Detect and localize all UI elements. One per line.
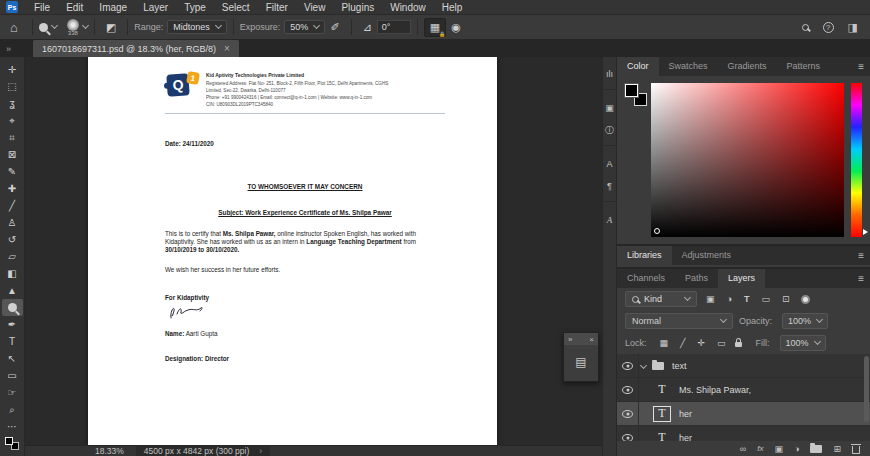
character-panel-icon[interactable]: A [602,153,617,175]
menu-select[interactable]: Select [214,2,258,13]
document-page[interactable]: Q 1 Kid Aptivity Technologies Private Li… [88,57,497,445]
menu-view[interactable]: View [296,2,334,13]
glyphs-panel-icon[interactable]: A [602,209,617,231]
menu-help[interactable]: Help [434,2,471,13]
crop-tool[interactable]: ⌗ [2,129,23,146]
lock-pixels-icon[interactable]: ╱ [677,338,688,348]
brush-tool[interactable]: ╱ [2,197,23,214]
panel-menu-icon[interactable]: ≡ [858,273,864,284]
image-filter-icon[interactable]: ▣ [703,294,718,304]
rectangle-tool[interactable]: ▭ [2,367,23,384]
frame-tool[interactable]: ⊠ [2,146,23,163]
range-select[interactable]: Midtones [167,20,227,34]
current-tool-preset[interactable] [39,23,57,32]
link-layers-icon[interactable]: ∞ [740,444,746,454]
tab-gradients[interactable]: Gradients [718,57,777,76]
new-layer-icon[interactable]: ⊞ [833,444,841,454]
hue-slider-marker[interactable] [863,229,868,235]
panel-icon[interactable]: ▤ [575,355,586,369]
blend-mode-select[interactable]: Normal [625,313,733,329]
lock-transparency-icon[interactable]: ▦ [657,338,672,348]
lock-artboard-icon[interactable]: ▭ [714,338,729,348]
path-selection-tool[interactable]: ↖ [2,350,23,367]
layer-group-row[interactable]: text [617,354,870,378]
protect-tones-toggle[interactable]: ▦ 🔒 [424,18,446,37]
foreground-color-swatch[interactable] [625,84,638,97]
close-icon[interactable]: × [224,43,230,54]
brush-settings-toggle[interactable]: ◩ [101,19,121,36]
lock-position-icon[interactable]: ✛ [694,338,708,348]
layer-row-selected[interactable]: T her [617,402,870,426]
tab-overflow-icon[interactable]: » [0,44,19,57]
help-icon[interactable]: ? [823,22,834,33]
menu-window[interactable]: Window [382,2,434,13]
panel-menu-icon[interactable]: ≡ [858,61,864,72]
canvas-area[interactable]: Q 1 Kid Aptivity Technologies Private Li… [25,57,602,445]
brush-angle-input[interactable]: 0° [377,20,411,34]
menu-layer[interactable]: Layer [135,2,176,13]
layer-row[interactable]: T Ms. Shilpa Pawar, [617,378,870,402]
workspace-switcher-icon[interactable]: ◨ [848,21,858,34]
adjustment-filter-icon[interactable]: ◑ [724,294,735,304]
status-chevron-icon[interactable]: › [259,446,262,456]
color-swatches[interactable] [625,84,647,106]
hand-tool[interactable]: ☞ [2,384,23,401]
new-group-icon[interactable] [810,445,822,453]
layer-filter-switch[interactable] [801,295,810,304]
panel-menu-icon[interactable]: ≡ [858,250,864,261]
shape-filter-icon[interactable]: ▭ [758,294,773,304]
tab-swatches[interactable]: Swatches [659,57,718,76]
layer-row[interactable]: T her [617,426,870,441]
dodge-tool[interactable] [2,299,23,316]
tab-patterns[interactable]: Patterns [777,57,831,76]
navigator-panel-icon[interactable]: ▣ [602,97,617,119]
info-panel-icon[interactable]: ⓘ [602,119,617,141]
menu-filter[interactable]: Filter [258,2,296,13]
type-tool[interactable]: T [2,333,23,350]
pen-tool[interactable]: ✒ [2,316,23,333]
search-icon[interactable] [802,24,809,31]
foreground-background-swatches[interactable] [5,437,19,450]
group-expand-icon[interactable] [640,362,647,369]
pressure-size-toggle[interactable]: ◉ [446,19,466,36]
color-picker-marker[interactable] [654,228,660,234]
menu-image[interactable]: Image [91,2,135,13]
floating-panel[interactable]: » × ▤ [563,332,599,382]
document-tab[interactable]: 1607018697311.psd @ 18.3% (her, RGB/8) × [33,40,239,57]
lasso-tool[interactable]: ʓ [2,95,23,112]
exposure-select[interactable]: 50% [284,20,325,34]
tab-channels[interactable]: Channels [617,269,675,288]
spot-healing-brush-tool[interactable]: ✚ [2,180,23,197]
tab-adjustments[interactable]: Adjustments [672,246,742,265]
tab-libraries[interactable]: Libraries [617,246,672,265]
delete-layer-icon[interactable] [852,446,860,454]
scrollbar-thumb[interactable] [864,356,869,422]
history-brush-tool[interactable]: ↺ [2,231,23,248]
gradient-tool[interactable]: ◧ [2,265,23,282]
smart-object-filter-icon[interactable]: ⊡ [779,294,793,304]
collapse-icon[interactable]: » [568,335,572,344]
saturation-brightness-field[interactable] [651,83,844,237]
visibility-toggle[interactable] [617,378,639,401]
move-tool[interactable]: ✛ [2,61,23,78]
visibility-toggle[interactable] [617,426,639,441]
document-dimensions[interactable]: 4500 px x 4842 px (300 ppi) › [136,446,270,456]
tab-layers[interactable]: Layers [718,269,765,288]
hue-slider[interactable] [851,83,862,237]
eraser-tool[interactable]: ▱ [2,248,23,265]
fill-input[interactable]: 100% [780,335,826,351]
layer-effects-icon[interactable]: fx [757,444,763,453]
airbrush-toggle[interactable]: ✐ [325,19,344,36]
layer-mask-icon[interactable]: ▣ [775,444,784,454]
menu-file[interactable]: File [26,2,58,13]
home-icon[interactable]: ⌂ [10,20,18,35]
edit-toolbar-button[interactable]: ⋯ [2,418,23,435]
tab-paths[interactable]: Paths [675,269,718,288]
menu-edit[interactable]: Edit [58,2,91,13]
opacity-input[interactable]: 100% [782,313,828,329]
lock-all-icon[interactable] [735,342,742,347]
close-icon[interactable]: × [589,335,594,344]
blur-tool[interactable]: ▲ [2,282,23,299]
menu-type[interactable]: Type [176,2,214,13]
zoom-level[interactable]: 18.33% [95,446,124,456]
